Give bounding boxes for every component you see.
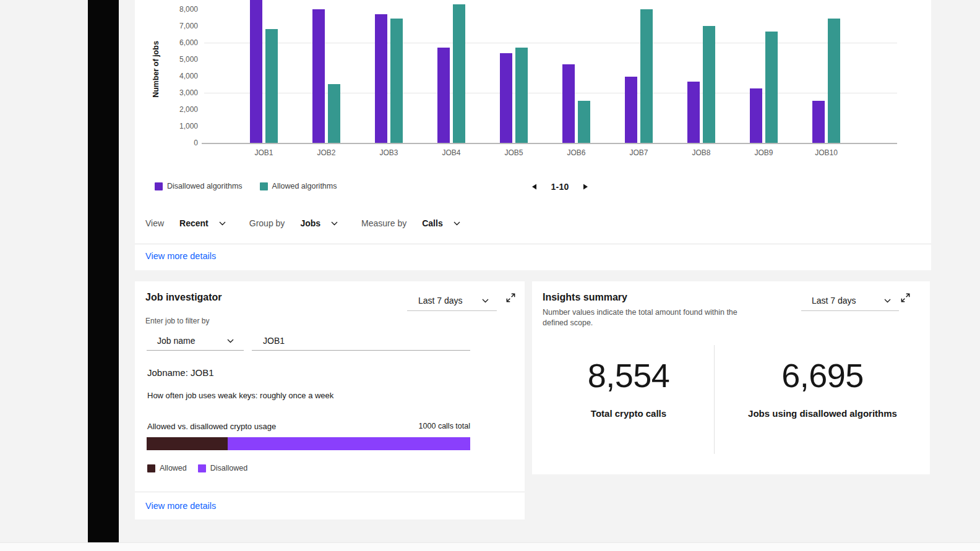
insights-title: Insights summary (543, 292, 627, 303)
y-tick-label: 5,000 (147, 55, 198, 64)
job-investigator-title: Job investigator (145, 292, 222, 303)
card-divider (135, 492, 525, 492)
x-tick-label: JOB1 (233, 148, 295, 157)
usage-segment-allowed[interactable] (147, 437, 228, 450)
legend-item: Allowed (147, 464, 187, 472)
filter-value[interactable]: Calls (422, 218, 442, 228)
chevron-down-icon (884, 299, 891, 303)
maximize-icon[interactable] (505, 293, 517, 304)
legend-label: Allowed (160, 464, 187, 472)
x-tick-label: JOB6 (545, 148, 608, 157)
bar-group-job4 (420, 0, 483, 143)
x-tick-label: JOB2 (295, 148, 358, 157)
x-tick-label: JOB9 (733, 148, 795, 157)
bar[interactable] (437, 48, 450, 143)
y-tick-label: 4,000 (147, 72, 198, 80)
bar[interactable] (625, 77, 637, 143)
job-filter-input[interactable]: JOB1 (252, 331, 470, 351)
bar-chart-plot (204, 0, 886, 143)
y-tick-label: 3,000 (147, 88, 198, 97)
bar-group-job9 (733, 0, 795, 143)
chart-pagination: 1-10 (520, 179, 600, 194)
usage-segment-disallowed[interactable] (228, 437, 470, 450)
job-field-selector-dropdown[interactable]: Job name (147, 331, 244, 351)
bar-group-job1 (233, 0, 295, 143)
bar[interactable] (453, 4, 465, 143)
chart-legend: Disallowed algorithmsAllowed algorithms (155, 182, 337, 190)
bar[interactable] (562, 64, 575, 143)
filter-measure-by[interactable]: Measure byCalls (361, 218, 460, 228)
bar[interactable] (812, 101, 825, 143)
bar[interactable] (500, 53, 512, 143)
legend-label: Allowed algorithms (272, 182, 337, 190)
filter-label: View (145, 218, 164, 228)
bar[interactable] (640, 9, 653, 143)
filter-view[interactable]: ViewRecent (145, 218, 226, 228)
filter-value[interactable]: Recent (179, 218, 208, 228)
pagination-next-icon[interactable] (582, 182, 590, 192)
filter-value[interactable]: Jobs (300, 218, 320, 228)
metric: 8,554Total crypto calls (543, 357, 715, 419)
job-investigator-view-more-link[interactable]: View more details (145, 501, 216, 511)
card-divider (135, 244, 931, 244)
legend-label: Disallowed algorithms (167, 182, 243, 190)
bar[interactable] (265, 29, 278, 143)
bar-group-job5 (483, 0, 545, 143)
insights-period-dropdown[interactable]: Last 7 days (801, 291, 899, 311)
bottom-band (0, 542, 980, 551)
legend-item[interactable]: Allowed algorithms (260, 182, 337, 190)
x-tick-label: JOB8 (670, 148, 733, 157)
bar-group-job8 (670, 0, 733, 143)
bar[interactable] (828, 19, 840, 143)
metric-label: Jobs using disallowed algorithms (748, 408, 897, 419)
legend-swatch-icon (260, 182, 268, 190)
metric: 6,695Jobs using disallowed algorithms (715, 357, 930, 419)
x-tick-label: JOB4 (420, 148, 483, 157)
weak-keys-line: How often job uses weak keys: roughly on… (147, 391, 333, 400)
bar[interactable] (375, 14, 387, 143)
x-axis-line (202, 143, 897, 144)
y-tick-label: 7,000 (147, 22, 198, 30)
bar[interactable] (515, 48, 528, 143)
y-tick-label: 8,000 (147, 5, 198, 14)
jobname-line: Jobname: JOB1 (147, 367, 214, 378)
legend-item[interactable]: Disallowed algorithms (155, 182, 243, 190)
pagination-range: 1-10 (551, 182, 569, 192)
chart-view-more-link[interactable]: View more details (145, 251, 216, 261)
job-investigator-period-dropdown[interactable]: Last 7 days (407, 291, 497, 311)
bar[interactable] (750, 88, 762, 143)
x-tick-label: JOB7 (608, 148, 670, 157)
y-tick-label: 2,000 (147, 105, 198, 114)
filter-label: Group by (249, 218, 285, 228)
y-tick-label: 1,000 (147, 122, 198, 130)
bar-group-job3 (358, 0, 420, 143)
bar[interactable] (250, 0, 262, 143)
x-axis-labels: JOB1JOB2JOB3JOB4JOB5JOB6JOB7JOB8JOB9JOB1… (204, 148, 886, 157)
chart-filters-row: ViewRecentGroup byJobsMeasure byCalls (145, 216, 460, 230)
chevron-down-icon (219, 221, 226, 226)
bar-group-job7 (608, 0, 670, 143)
legend-item: Disallowed (198, 464, 247, 472)
bar[interactable] (765, 32, 778, 143)
bar[interactable] (687, 82, 700, 143)
filter-group-by[interactable]: Group byJobs (249, 218, 338, 228)
usage-total: 1000 calls total (371, 422, 470, 430)
pagination-prev-icon[interactable] (530, 182, 538, 192)
bar[interactable] (578, 101, 590, 143)
bar[interactable] (312, 9, 325, 143)
bar[interactable] (390, 19, 403, 143)
left-black-strip (88, 0, 119, 542)
chevron-down-icon (453, 221, 460, 226)
x-tick-label: JOB3 (358, 148, 420, 157)
usage-stacked-bar[interactable] (147, 437, 470, 450)
y-tick-label: 6,000 (147, 38, 198, 47)
job-filter-input-value: JOB1 (263, 336, 285, 346)
bar[interactable] (703, 26, 715, 143)
bar[interactable] (328, 84, 340, 143)
bar-group-job6 (545, 0, 608, 143)
legend-swatch-icon (198, 464, 206, 472)
usage-legend: AllowedDisallowed (147, 464, 247, 472)
chevron-down-icon (331, 221, 338, 226)
insights-subtitle: Number values indicate the total amount … (543, 307, 741, 328)
maximize-icon[interactable] (900, 293, 911, 304)
